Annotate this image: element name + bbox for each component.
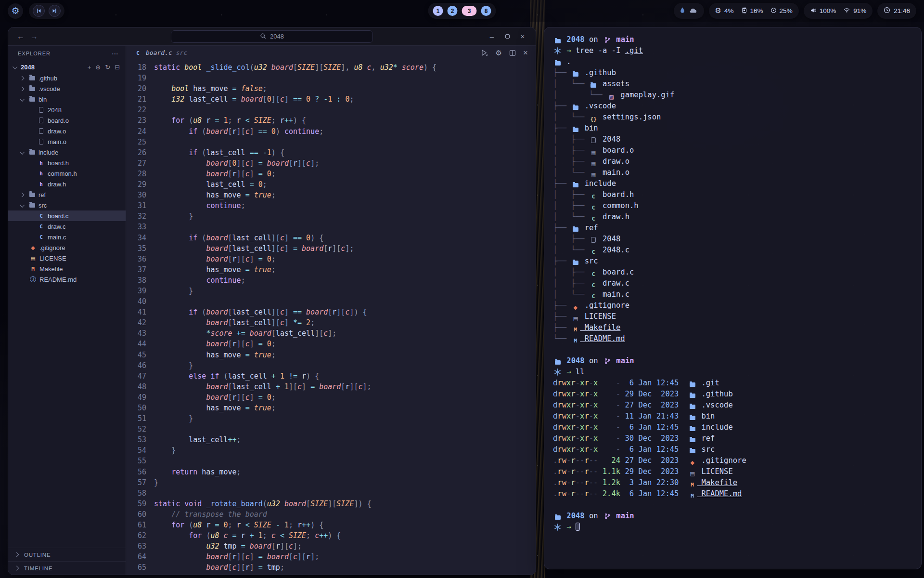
- line-number: 36: [126, 254, 146, 264]
- audio-network-widget: 100% 91%: [804, 3, 873, 19]
- terminal-line: └── M README.md: [553, 333, 912, 344]
- folder-blue-icon: [688, 447, 697, 456]
- terminal-line: .: [553, 56, 912, 67]
- tree-item-.github[interactable]: .github: [8, 73, 126, 83]
- nav-forward-button[interactable]: →: [27, 30, 41, 43]
- new-folder-button[interactable]: ⊕: [95, 64, 101, 70]
- line-number: 39: [126, 286, 146, 296]
- tree-item-label: ref: [38, 191, 46, 198]
- code-line: board[r][c] = 0;: [154, 169, 536, 179]
- outline-section[interactable]: OUTLINE: [8, 548, 126, 561]
- terminal-window[interactable]: 2048 on main → tree -a -I .git .├── .git…: [544, 27, 922, 569]
- tree-item-2048[interactable]: 2048: [8, 105, 126, 115]
- c-file-icon: C: [37, 223, 45, 230]
- tree-item-src[interactable]: src: [8, 200, 126, 210]
- tree-item-README.md[interactable]: iREADME.md: [8, 274, 126, 285]
- clock-value: 21:46: [894, 7, 910, 14]
- tab-directory-hint: src: [176, 49, 187, 56]
- code-line: else if (last_cell + 1 != r) {: [154, 371, 536, 381]
- new-file-button[interactable]: +: [88, 64, 91, 70]
- media-controls: [29, 3, 64, 19]
- tree-item-draw.c[interactable]: Cdraw.c: [8, 221, 126, 232]
- cpu-stat: ⚙4%: [715, 7, 734, 14]
- chevron-down-icon: [20, 96, 25, 101]
- tree-item-LICENSE[interactable]: ▤LICENSE: [8, 253, 126, 263]
- topbar-right: ⚙4% 16% 25% 100% 91% 21:46: [674, 3, 916, 19]
- line-number: 19: [126, 73, 146, 83]
- collapse-all-button[interactable]: ⊟: [115, 64, 120, 70]
- wifi-icon: [843, 7, 850, 14]
- workspace-1[interactable]: 1: [433, 6, 443, 16]
- workspace-3[interactable]: 3: [462, 6, 477, 16]
- tree-item-label: bin: [38, 96, 47, 103]
- app-launcher-button[interactable]: ⚙: [8, 3, 23, 19]
- minimize-button[interactable]: –: [485, 30, 499, 43]
- terminal-line: drwxr-xr-x - 6 Jan 12:45 src: [553, 444, 912, 455]
- tree-item-board.o[interactable]: board.o: [8, 115, 126, 126]
- weather-widget: [674, 3, 704, 19]
- sidebar-spacer: [8, 285, 126, 548]
- tree-item-bin[interactable]: bin: [8, 94, 126, 105]
- tree-item-label: main.o: [48, 138, 66, 145]
- terminal-cursor[interactable]: [576, 523, 580, 531]
- nav-back-button[interactable]: ←: [14, 30, 27, 43]
- h-file-icon: h: [37, 170, 45, 177]
- disk-value: 25%: [780, 7, 793, 14]
- tree-root-2048[interactable]: 2048 + ⊕ ↻ ⊟: [8, 61, 126, 73]
- tree-item-common.h[interactable]: hcommon.h: [8, 168, 126, 179]
- tree-item-main.c[interactable]: Cmain.c: [8, 232, 126, 242]
- line-number: 53: [126, 434, 146, 445]
- line-number: 50: [126, 403, 146, 413]
- tree-item-board.c[interactable]: Cboard.c: [8, 210, 126, 221]
- terminal-line: .rw-r--r-- 2.4k 6 Jan 12:45 M README.md: [553, 488, 912, 499]
- file-tree: .github.vscodebin2048board.odraw.omain.o…: [8, 73, 126, 285]
- refresh-button[interactable]: ↻: [105, 64, 110, 70]
- tree-item-Makefile[interactable]: MMakefile: [8, 263, 126, 274]
- clock-widget[interactable]: 21:46: [877, 3, 916, 19]
- settings-button[interactable]: ⚙: [496, 49, 502, 57]
- tree-item-.vscode[interactable]: .vscode: [8, 83, 126, 94]
- more-actions-icon[interactable]: ⋯: [112, 50, 119, 57]
- close-icon: ×: [523, 48, 528, 58]
- gitfile-icon: ◆: [571, 303, 580, 312]
- tree-item-draw.h[interactable]: hdraw.h: [8, 179, 126, 189]
- close-button[interactable]: ×: [515, 30, 530, 43]
- code-line: }: [154, 286, 536, 296]
- workspace-8[interactable]: 8: [481, 6, 491, 16]
- tree-item-board.h[interactable]: hboard.h: [8, 158, 126, 168]
- line-number: 23: [126, 115, 146, 126]
- terminal-line: │ └── {} settings.json: [553, 112, 912, 123]
- tree-item-draw.o[interactable]: draw.o: [8, 126, 126, 136]
- tree-item-ref[interactable]: ref: [8, 189, 126, 200]
- tab-board-c[interactable]: board.c: [146, 49, 172, 56]
- folder-blue-icon: [553, 358, 562, 367]
- timeline-section[interactable]: TIMELINE: [8, 561, 126, 575]
- run-icon: [481, 49, 488, 56]
- media-next-button[interactable]: [49, 5, 61, 17]
- terminal-line: drwxr-xr-x - 30 Dec 2023 ref: [553, 433, 912, 444]
- tree-item-.gitignore[interactable]: ◆.gitignore: [8, 242, 126, 253]
- outline-label: OUTLINE: [24, 552, 51, 558]
- close-editor-button[interactable]: ×: [523, 48, 528, 58]
- line-number: 18: [126, 62, 146, 73]
- code-editor[interactable]: 1819202122232425262728293031323334353637…: [126, 60, 536, 575]
- split-editor-button[interactable]: [509, 50, 516, 56]
- line-number: 65: [126, 562, 146, 573]
- folder-blue-icon: [688, 403, 697, 411]
- tree-item-include[interactable]: include: [8, 147, 126, 158]
- media-prev-button[interactable]: [33, 5, 45, 17]
- line-number: 42: [126, 317, 146, 328]
- binary-icon: ▦: [589, 148, 598, 157]
- explorer-header[interactable]: EXPLORER ⋯: [8, 46, 126, 61]
- file-icon: [37, 117, 45, 124]
- tree-item-main.o[interactable]: main.o: [8, 136, 126, 147]
- workspace-2[interactable]: 2: [448, 6, 458, 16]
- file-t-icon: [589, 236, 598, 244]
- binary-icon: ▦: [589, 171, 598, 179]
- explorer-title: EXPLORER: [18, 51, 51, 56]
- maximize-button[interactable]: [500, 30, 514, 43]
- code-line: bool has_move = false;: [154, 83, 536, 94]
- run-button[interactable]: [481, 49, 488, 56]
- code-line: has_move = true;: [154, 264, 536, 275]
- command-center-search[interactable]: 2048: [171, 30, 373, 43]
